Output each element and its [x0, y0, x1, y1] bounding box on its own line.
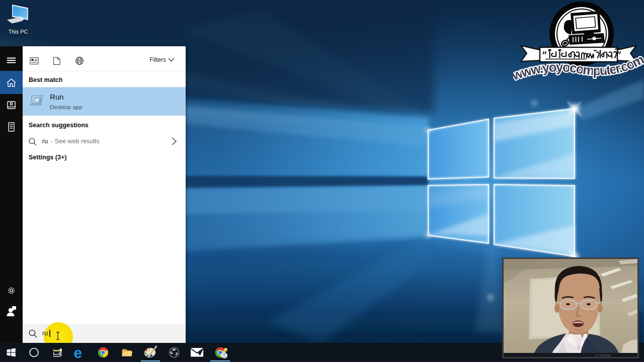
svg-text:e: e	[74, 344, 83, 361]
svg-text:17/10/2018: 17/10/2018	[595, 354, 611, 357]
